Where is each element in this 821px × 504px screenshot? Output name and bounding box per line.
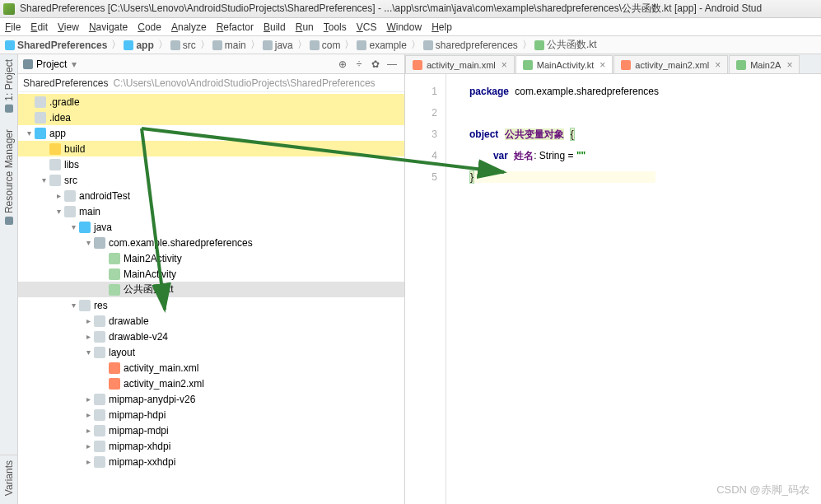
- tree-main[interactable]: ▾main: [18, 203, 404, 219]
- close-icon[interactable]: ×: [501, 59, 507, 71]
- menu-help[interactable]: Help: [431, 21, 452, 33]
- breadcrumb: SharedPreferences〉app〉src〉main〉java〉com〉…: [0, 36, 821, 54]
- tree-androidTest[interactable]: ▸androidTest: [18, 188, 404, 203]
- tree-公共函数.kt[interactable]: 公共函数.kt: [18, 282, 404, 297]
- close-icon[interactable]: ×: [715, 59, 721, 71]
- tree-drawable-v24[interactable]: ▸drawable-v24: [18, 329, 404, 344]
- tree-mipmap-anydpi-v26[interactable]: ▸mipmap-anydpi-v26: [18, 391, 404, 407]
- tab-MainActivity.kt[interactable]: MainActivity.kt×: [515, 55, 613, 73]
- tree-.gradle[interactable]: .gradle: [18, 94, 404, 110]
- menubar: FileEditViewNavigateCodeAnalyzeRefactorB…: [0, 18, 821, 36]
- menu-run[interactable]: Run: [296, 21, 314, 33]
- select-opened-file-icon[interactable]: ⊕: [335, 58, 350, 70]
- project-tree[interactable]: .gradle.idea▾appbuildlibs▾src▸androidTes…: [18, 92, 404, 504]
- menu-window[interactable]: Window: [386, 21, 422, 33]
- tree-src[interactable]: ▾src: [18, 172, 404, 188]
- tree-.idea[interactable]: .idea: [18, 110, 404, 125]
- settings-icon[interactable]: ✿: [368, 58, 383, 70]
- tool-window-strip-left: 1: Project Resource Manager: [0, 54, 18, 504]
- menu-build[interactable]: Build: [264, 21, 286, 33]
- close-icon[interactable]: ×: [599, 59, 605, 71]
- tab-activity_main2.xml[interactable]: activity_main2.xml×: [613, 55, 728, 73]
- crumb-example[interactable]: example: [357, 40, 406, 51]
- tool-resource-manager[interactable]: Resource Manager: [3, 129, 15, 225]
- menu-tools[interactable]: Tools: [324, 21, 347, 33]
- tree-mipmap-hdpi[interactable]: ▸mipmap-hdpi: [18, 407, 404, 422]
- gutter: 12345: [405, 74, 446, 504]
- hide-icon[interactable]: —: [385, 58, 399, 70]
- editor-tabs: activity_main.xml×MainActivity.kt×activi…: [405, 54, 821, 74]
- tree-java[interactable]: ▾java: [18, 219, 404, 235]
- menu-analyze[interactable]: Analyze: [171, 21, 207, 33]
- svg-rect-0: [23, 59, 33, 69]
- tree-app[interactable]: ▾app: [18, 125, 404, 141]
- menu-refactor[interactable]: Refactor: [217, 21, 254, 33]
- tree-activity_main2.xml[interactable]: activity_main2.xml: [18, 376, 404, 391]
- crumb-SharedPreferences[interactable]: SharedPreferences: [5, 40, 107, 51]
- crumb-src[interactable]: src: [170, 40, 196, 51]
- project-root-path: SharedPreferences C:\Users\Lenovo\Androi…: [18, 74, 404, 92]
- tree-drawable[interactable]: ▸drawable: [18, 313, 404, 329]
- crumb-公共函数.kt[interactable]: 公共函数.kt: [534, 38, 597, 52]
- tree-layout[interactable]: ▾layout: [18, 344, 404, 360]
- crumb-com[interactable]: com: [310, 40, 341, 51]
- project-panel-header: Project ▾ ⊕ ÷ ✿ —: [18, 54, 404, 74]
- tree-mipmap-mdpi[interactable]: ▸mipmap-mdpi: [18, 422, 404, 438]
- code-editor[interactable]: package com.example.sharedpreferences ob…: [446, 74, 821, 504]
- tab-activity_main.xml[interactable]: activity_main.xml×: [405, 55, 515, 73]
- close-icon[interactable]: ×: [786, 59, 792, 71]
- watermark: CSDN @赤脚_码农: [716, 483, 809, 497]
- tree-MainActivity[interactable]: MainActivity: [18, 266, 404, 282]
- tree-Main2Activity[interactable]: Main2Activity: [18, 250, 404, 266]
- editor-area: activity_main.xml×MainActivity.kt×activi…: [405, 54, 821, 504]
- menu-view[interactable]: View: [58, 21, 79, 33]
- tree-com.example.sharedpreferences[interactable]: ▾com.example.sharedpreferences: [18, 235, 404, 250]
- menu-code[interactable]: Code: [138, 21, 161, 33]
- titlebar: SharedPreferences [C:\Users\Lenovo\Andro…: [0, 0, 821, 18]
- tree-mipmap-xhdpi[interactable]: ▸mipmap-xhdpi: [18, 438, 404, 454]
- tree-build[interactable]: build: [18, 141, 404, 156]
- expand-all-icon[interactable]: ÷: [352, 58, 366, 70]
- tree-libs[interactable]: libs: [18, 156, 404, 172]
- tool-project[interactable]: 1: Project: [3, 59, 15, 113]
- android-studio-icon: [3, 3, 15, 15]
- menu-file[interactable]: File: [5, 21, 21, 33]
- menu-edit[interactable]: Edit: [30, 21, 48, 33]
- tree-mipmap-xxhdpi[interactable]: ▸mipmap-xxhdpi: [18, 454, 404, 469]
- project-panel: Project ▾ ⊕ ÷ ✿ — SharedPreferences C:\U…: [18, 54, 405, 504]
- tree-res[interactable]: ▾res: [18, 297, 404, 313]
- crumb-sharedpreferences[interactable]: sharedpreferences: [423, 40, 518, 51]
- menu-navigate[interactable]: Navigate: [89, 21, 128, 33]
- menu-vcs[interactable]: VCS: [357, 21, 377, 33]
- project-dropdown[interactable]: Project ▾: [23, 58, 77, 70]
- window-title: SharedPreferences [C:\Users\Lenovo\Andro…: [20, 2, 762, 16]
- crumb-main[interactable]: main: [212, 40, 246, 51]
- crumb-app[interactable]: app: [124, 40, 153, 51]
- tab-Main2A[interactable]: Main2A×: [729, 55, 800, 73]
- crumb-java[interactable]: java: [263, 40, 293, 51]
- tree-activity_main.xml[interactable]: activity_main.xml: [18, 360, 404, 376]
- tool-build-variants[interactable]: Variants: [3, 460, 15, 496]
